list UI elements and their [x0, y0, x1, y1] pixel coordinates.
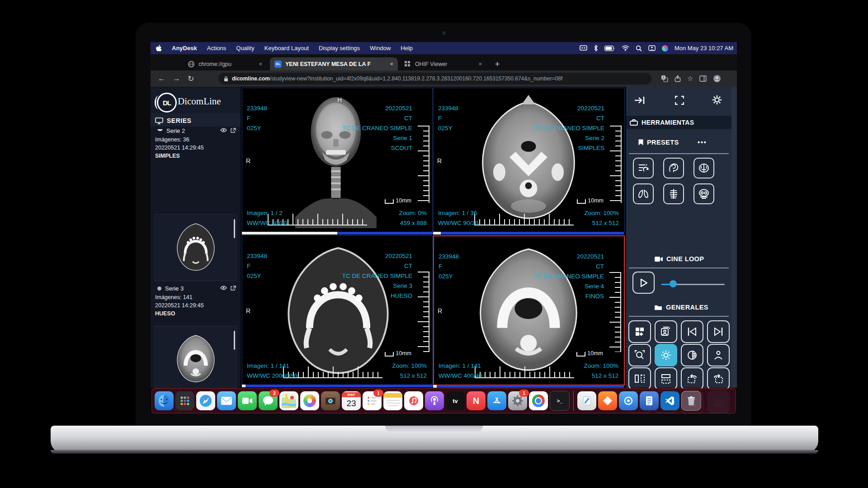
messages-icon[interactable]: 2: [259, 391, 278, 410]
photo-booth-icon[interactable]: [321, 391, 340, 410]
terminal-icon[interactable]: >_: [550, 391, 570, 411]
cine-slider-knob[interactable]: [670, 280, 677, 287]
finder-icon[interactable]: [155, 391, 174, 410]
wifi-icon[interactable]: [622, 45, 629, 51]
herramientas-label: HERRAMIENTAS: [642, 119, 694, 126]
viewport-serie-1[interactable]: 233948F025Y 20220521CT TC DE CRANEO SIMP…: [242, 88, 433, 232]
notes-icon[interactable]: [383, 391, 402, 410]
fast-user-switch-icon[interactable]: [648, 45, 656, 51]
photos-icon[interactable]: [300, 391, 319, 410]
profile-avatar[interactable]: [713, 75, 721, 83]
spotlight-icon[interactable]: [636, 45, 642, 52]
facetime-icon[interactable]: [238, 391, 257, 410]
menu-quality[interactable]: Quality: [236, 45, 254, 52]
tab-chrome-gpu[interactable]: chrome://gpu ×: [183, 57, 267, 70]
maps-icon[interactable]: [279, 391, 298, 410]
preset-spine-button[interactable]: [663, 183, 684, 204]
calendar-icon[interactable]: MAY23: [342, 391, 361, 410]
side-panel-icon[interactable]: [699, 75, 707, 82]
series-item[interactable]: Serie 2 Imágenes: 36 20220521 14:29:45 S…: [151, 127, 241, 159]
layout-grid-button[interactable]: [628, 320, 651, 343]
series-thumbnail[interactable]: [154, 214, 237, 281]
vscode-icon[interactable]: [660, 391, 679, 410]
trash-icon[interactable]: [681, 391, 701, 411]
bookmark-star-icon[interactable]: ☆: [687, 75, 693, 83]
viewport-serie-2[interactable]: 233948F025Y 20220521CT TC DE CRANEO SIMP…: [433, 88, 625, 232]
brightness-wwwl-button-active[interactable]: [655, 344, 677, 366]
editor-app-icon[interactable]: [577, 391, 596, 410]
menu-help[interactable]: Help: [401, 45, 413, 52]
export-icon[interactable]: [230, 128, 236, 133]
thumbnail-scrollbar[interactable]: [234, 219, 235, 238]
series-stack-button[interactable]: [655, 320, 677, 343]
invert-contrast-button[interactable]: [681, 344, 703, 366]
menu-actions[interactable]: Actions: [207, 45, 226, 52]
mail-icon[interactable]: [217, 391, 236, 410]
flip-vertical-button[interactable]: [655, 367, 677, 390]
orange-app-icon[interactable]: [598, 391, 617, 410]
last-image-button[interactable]: [707, 320, 730, 343]
anydesk-tray-icon[interactable]: [580, 45, 587, 51]
eye-icon[interactable]: [220, 286, 227, 291]
export-icon[interactable]: [230, 286, 236, 291]
fullscreen-icon[interactable]: [675, 96, 684, 105]
menu-display-settings[interactable]: Display settings: [319, 45, 360, 52]
tab-close-icon[interactable]: ×: [390, 61, 393, 67]
viewport-serie-4-active[interactable]: 233948F025Y 20220521CT TC DE CRANEO SIMP…: [433, 235, 625, 385]
preset-head-button[interactable]: [663, 158, 684, 178]
app-store-icon[interactable]: [487, 391, 506, 410]
battery-icon[interactable]: [604, 46, 615, 51]
preset-brain-button[interactable]: [693, 158, 714, 178]
reminders-icon[interactable]: 1: [363, 391, 382, 410]
collapse-panel-icon[interactable]: [634, 96, 645, 105]
flip-horizontal-button[interactable]: [628, 367, 651, 390]
safari-icon[interactable]: [196, 391, 215, 410]
news-icon[interactable]: N: [467, 391, 486, 410]
viewport-serie-3[interactable]: 233948F025Y 20220521CT TC DE CRANEO SIMP…: [242, 235, 433, 385]
chrome-icon[interactable]: [529, 391, 548, 410]
apple-menu-icon[interactable]: [156, 45, 162, 52]
preset-custom-wwwl-button[interactable]: [633, 158, 654, 178]
rotate-right-button[interactable]: [707, 367, 730, 390]
series-item[interactable]: Serie 3 Imágenes: 141 20220521 14:29:45 …: [151, 284, 241, 317]
tools-scrollbar[interactable]: [731, 87, 737, 388]
apple-tv-icon[interactable]: tv: [446, 391, 465, 410]
music-icon[interactable]: [404, 391, 423, 410]
podcasts-icon[interactable]: [425, 391, 444, 410]
eye-icon[interactable]: [220, 128, 227, 133]
herramientas-header[interactable]: HERRAMIENTAS: [626, 116, 731, 129]
tab-ohif-viewer[interactable]: OHIF Viewer ×: [400, 57, 486, 70]
presets-more-button[interactable]: •••: [698, 139, 707, 146]
address-bar[interactable]: dicomline.com/studyview-new?institution_…: [218, 73, 651, 84]
menu-keyboard-layout[interactable]: Keyboard Layout: [264, 45, 309, 52]
first-image-button[interactable]: [681, 320, 703, 343]
preset-sinus-button[interactable]: [693, 183, 714, 204]
series-panel-header[interactable]: SERIES: [151, 115, 241, 127]
back-button[interactable]: ←: [158, 74, 165, 83]
share-icon[interactable]: [675, 75, 681, 82]
translate-icon[interactable]: A: [661, 75, 668, 82]
series-thumbnail[interactable]: [154, 326, 237, 393]
documents-app-icon[interactable]: [640, 391, 659, 410]
cine-play-button[interactable]: [632, 272, 655, 294]
reload-button[interactable]: ↻: [188, 74, 194, 84]
patient-orientation-button[interactable]: [707, 344, 730, 366]
thumbnail-scrollbar[interactable]: [234, 331, 235, 350]
siri-icon[interactable]: [662, 45, 668, 52]
new-tab-button[interactable]: +: [491, 57, 504, 70]
bluetooth-icon[interactable]: [594, 45, 598, 52]
preset-lungs-button[interactable]: [633, 183, 654, 204]
system-preferences-icon[interactable]: 1: [508, 391, 527, 410]
rotate-left-button[interactable]: [681, 367, 703, 390]
gear-icon[interactable]: [712, 95, 722, 105]
tab-close-icon[interactable]: ×: [478, 61, 482, 67]
tab-dicomline-study[interactable]: DL YENI ESTEFANY MESA DE LA F ×: [270, 57, 398, 70]
tab-close-icon[interactable]: ×: [259, 61, 262, 67]
menu-window[interactable]: Window: [370, 45, 391, 52]
forward-button[interactable]: →: [173, 74, 180, 83]
launchpad-icon[interactable]: [175, 391, 194, 410]
menu-app-name[interactable]: AnyDesk: [172, 45, 197, 52]
fit-to-screen-button[interactable]: [628, 344, 651, 366]
blue-app-icon[interactable]: [619, 391, 638, 410]
menu-clock[interactable]: Mon May 23 10:27 AM: [675, 45, 733, 52]
